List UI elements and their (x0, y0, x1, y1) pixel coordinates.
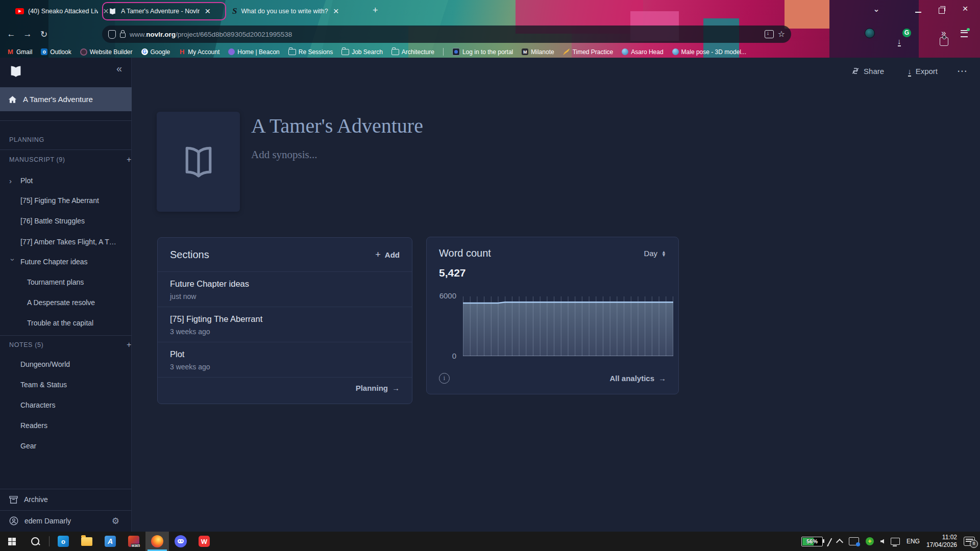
extension-avatar-icon[interactable] (865, 28, 875, 38)
start-button[interactable] (0, 532, 23, 551)
sidebar-item-trouble-capital[interactable]: Trouble at the capital (0, 313, 159, 333)
menu-hamburger-icon[interactable] (961, 30, 968, 39)
battery-indicator[interactable]: 56% (801, 537, 823, 546)
tracking-shield-icon[interactable] (108, 30, 116, 39)
sidebar-item-characters[interactable]: Characters (0, 395, 152, 415)
sidebar-item-archive[interactable]: Archive (0, 489, 132, 510)
bookmark-website-builder[interactable]: Website Builder (80, 48, 133, 56)
sidebar-item-plot[interactable]: Plot (0, 170, 141, 191)
sidebar-item-team-status[interactable]: Team & Status (0, 374, 152, 395)
bookmark-google[interactable]: GGoogle (141, 48, 170, 56)
url-text[interactable]: www.novlr.org/project/665d8b089305d20021… (130, 31, 761, 38)
taskbar-wps[interactable]: W (192, 532, 216, 551)
sidebar-item-future-chapter-ideas[interactable]: Future Chapter ideas (0, 252, 141, 272)
sidebar-section-manuscript[interactable]: MANUSCRIPT (9) (0, 149, 141, 170)
downloads-icon[interactable] (897, 37, 901, 45)
section-row-future-chapter-ideas[interactable]: Future Chapter ideas just now (158, 272, 412, 307)
bookmark-timed-practice[interactable]: Timed Practice (563, 48, 614, 56)
tab-list-dropdown-icon[interactable] (870, 4, 883, 14)
add-section-button[interactable]: Add (375, 249, 400, 260)
tab-close-icon[interactable] (332, 6, 340, 17)
bookmark-star-icon[interactable] (778, 29, 785, 39)
clock[interactable]: 11:0217/04/2026 (926, 534, 957, 549)
url-bar[interactable]: www.novlr.org/project/665d8b089305d20021… (102, 26, 791, 43)
export-download-icon (908, 67, 912, 76)
add-note-icon[interactable] (127, 340, 132, 349)
novlr-logo-icon[interactable] (8, 65, 23, 78)
sidebar-item-account[interactable]: edem Damarly (0, 511, 132, 531)
sidebar-item-chapter-75[interactable]: [75] Figting The Aberrant (0, 190, 152, 211)
notifications-icon[interactable]: 8 (964, 537, 975, 546)
sidebar-item-planning[interactable]: PLANNING (0, 130, 141, 150)
bookmark-gmail[interactable]: MGmail (7, 48, 32, 56)
section-row-chapter-75[interactable]: [75] Figting The Aberrant 3 weeks ago (158, 307, 412, 342)
all-analytics-link[interactable]: All analytics (609, 374, 666, 383)
network-icon[interactable] (891, 538, 900, 545)
export-button[interactable]: Export (908, 67, 938, 76)
bookmark-re-sessions[interactable]: Re Sessions (288, 48, 333, 56)
book-cover[interactable] (157, 112, 240, 212)
close-button[interactable] (959, 3, 972, 14)
forward-icon[interactable] (19, 29, 36, 39)
sidebar-item-gear[interactable]: Gear (0, 436, 152, 456)
sidebar-collapse-icon[interactable] (116, 63, 122, 74)
sidebar-item-readers[interactable]: Readers (0, 415, 152, 436)
sidebar-item-tournament-plans[interactable]: Tournament plans (0, 272, 159, 292)
bookmark-portal[interactable]: Log in to the portal (452, 48, 513, 56)
sphere-icon (622, 48, 628, 55)
back-icon[interactable] (3, 29, 19, 39)
bookmark-home-beacon[interactable]: Home | Beacon (228, 48, 280, 56)
taskbar-file-explorer[interactable] (75, 532, 99, 551)
speaker-icon[interactable] (880, 539, 884, 544)
sidebar-section-notes[interactable]: NOTES (5) (0, 335, 141, 355)
sidebar-item-despersate-resolve[interactable]: A Despersate resolve (0, 292, 159, 313)
taskbar-discord[interactable] (169, 532, 192, 551)
screen-cast-icon[interactable] (849, 537, 859, 545)
antivirus-icon[interactable] (866, 537, 874, 545)
bookmark-male-pose[interactable]: Male pose - 3D model... (672, 48, 746, 56)
extensions-puzzle-icon[interactable] (940, 37, 948, 46)
search-icon (31, 537, 39, 545)
reload-icon[interactable] (36, 29, 52, 40)
bookmark-asaro-head[interactable]: Asaro Head (622, 48, 663, 56)
browser-tab-youtube[interactable]: (40) Sneako Attacked Live - You (15, 2, 110, 20)
bookmark-architecture[interactable]: Architecture (391, 48, 434, 56)
taskbar-paint3d[interactable]: A (99, 532, 122, 551)
overflow-chevrons-icon[interactable] (941, 28, 946, 38)
settings-gear-icon[interactable] (112, 516, 119, 527)
new-tab-button[interactable]: + (373, 5, 378, 16)
bookmark-outlook[interactable]: oOutlook (41, 48, 71, 56)
tray-expand-chevron-icon[interactable] (836, 539, 843, 546)
tab-close-icon[interactable] (204, 6, 211, 17)
info-icon[interactable] (439, 373, 450, 384)
wps-icon: W (199, 536, 210, 547)
browser-tab-writing-question[interactable]: S What do you use to write with? (232, 2, 368, 20)
share-button[interactable]: Share (851, 67, 884, 76)
taskbar-firefox-active[interactable] (145, 532, 169, 551)
taskbar-search-button[interactable] (23, 532, 47, 551)
chevron-right-icon[interactable] (9, 177, 16, 185)
planning-link[interactable]: Planning (356, 384, 400, 392)
sidebar-item-dungeon-world[interactable]: Dungeon/World (0, 354, 152, 374)
lock-icon[interactable] (120, 33, 126, 38)
minimize-button[interactable] (912, 7, 925, 16)
save-to-pocket-icon[interactable] (765, 30, 774, 38)
bookmark-milanote[interactable]: MMilanote (522, 48, 554, 56)
bookmark-my-account[interactable]: HMy Account (179, 48, 219, 56)
browser-tab-novlr-active[interactable]: A Tamer's Adventure - Novlr (102, 2, 226, 20)
sidebar-item-chapter-76[interactable]: [76] Battle Struggles (0, 211, 152, 231)
pen-icon[interactable] (828, 538, 832, 545)
maximize-button[interactable] (935, 7, 948, 15)
add-manuscript-icon[interactable] (127, 155, 132, 164)
chevron-down-icon[interactable] (9, 258, 17, 265)
synopsis-placeholder[interactable]: Add synopsis... (251, 148, 317, 161)
grammarly-icon[interactable] (902, 29, 911, 37)
sidebar-item-chapter-77[interactable]: [77] Amber Takes Flight, A T… (0, 232, 152, 252)
taskbar-outlook[interactable]: o (52, 532, 75, 551)
taskbar-microsoft365[interactable]: M365 (122, 532, 145, 551)
more-options-icon[interactable] (957, 65, 968, 77)
period-select[interactable]: Day ▲▼ (644, 249, 666, 258)
language-indicator[interactable]: ENG (906, 538, 920, 545)
sidebar-item-project-home[interactable]: A Tamer's Adventure (0, 87, 132, 111)
bookmark-job-search[interactable]: Job Search (341, 48, 383, 56)
